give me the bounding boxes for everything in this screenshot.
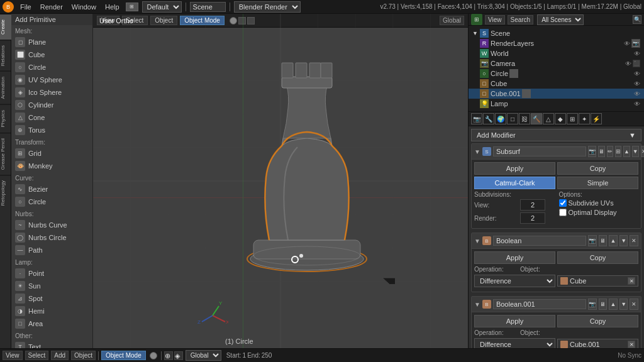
btn-cylinder[interactable]: ⬡Cylinder xyxy=(11,99,92,111)
btn-torus[interactable]: ⊕Torus xyxy=(11,124,92,136)
subsurf-cage-icon[interactable]: ⊞ xyxy=(615,146,621,157)
btn-monkey[interactable]: 🐵Monkey xyxy=(11,160,92,172)
subsurf-render-icon[interactable]: 🖥 xyxy=(598,146,605,157)
object001-clear-icon[interactable]: ✕ xyxy=(628,341,635,348)
tab-grease-pencil[interactable]: Grease Pencil xyxy=(0,133,11,175)
camera-render2-icon[interactable]: ⬛ xyxy=(633,60,640,67)
object-bottom-btn[interactable]: Object xyxy=(71,351,96,360)
simple-button[interactable]: Simple xyxy=(557,177,638,189)
optimal-display-input[interactable] xyxy=(559,209,567,216)
mode-button[interactable]: Object Mode xyxy=(180,16,225,25)
tab-physics[interactable]: Physics xyxy=(0,104,11,133)
screen-layout-icon[interactable]: ⊞ xyxy=(126,3,138,11)
btn-plane[interactable]: ◻Plane xyxy=(11,36,92,48)
add-bottom-btn[interactable]: Add xyxy=(51,351,69,360)
scene-props-icon[interactable]: 🔧 xyxy=(483,113,494,124)
catmull-clark-button[interactable]: Catmul-Clark xyxy=(474,177,555,189)
btn-area[interactable]: □Area xyxy=(11,317,92,330)
btn-cone[interactable]: △Cone xyxy=(11,111,92,124)
particles-props-icon[interactable]: ✦ xyxy=(579,113,590,124)
btn-bezier[interactable]: ∿Bezier xyxy=(11,183,92,195)
btn-spot[interactable]: ⊿Spot xyxy=(11,292,92,305)
btn-circle[interactable]: ○Circle xyxy=(11,61,92,74)
object-clear-icon[interactable]: ✕ xyxy=(628,277,635,285)
boolean-close-icon[interactable]: ✕ xyxy=(630,235,638,246)
viewport-solid[interactable] xyxy=(238,17,246,25)
scene-item-lamp[interactable]: 💡 Lamp 👁 xyxy=(469,99,644,109)
transform-select[interactable]: Global xyxy=(440,16,464,25)
menu-render[interactable]: Render xyxy=(38,3,65,11)
boolean001-close-icon[interactable]: ✕ xyxy=(630,299,638,310)
tab-create[interactable]: Create xyxy=(0,14,11,40)
btn-cube[interactable]: ⬜Cube xyxy=(11,48,92,61)
boolean001-apply-button[interactable]: Apply xyxy=(474,315,555,327)
subsurf-collapse-icon[interactable]: ▼ xyxy=(474,148,480,155)
tab-relations[interactable]: Relations xyxy=(0,40,11,71)
subsurf-camera-icon[interactable]: 📷 xyxy=(588,146,596,157)
btn-nurbs-circle[interactable]: ◯Nurbs Circle xyxy=(11,231,92,244)
btn-sun[interactable]: ☀Sun xyxy=(11,280,92,292)
scenes-select[interactable]: All Scenes xyxy=(537,14,584,25)
scene-item-cube001[interactable]: □ Cube.001 👁 xyxy=(469,89,644,99)
render-value[interactable]: 2 xyxy=(520,212,545,224)
boolean001-camera-icon[interactable]: 📷 xyxy=(588,299,597,310)
btn-uvsphere[interactable]: ◉UV Sphere xyxy=(11,74,92,86)
object-props-icon[interactable]: □ xyxy=(507,113,518,124)
boolean001-name-field[interactable] xyxy=(493,299,586,309)
btn-path[interactable]: —Path xyxy=(11,244,92,256)
boolean-object-field[interactable]: Cube ✕ xyxy=(557,275,638,287)
mirror-icon[interactable]: ◈ xyxy=(174,351,183,360)
object-menu[interactable]: Object xyxy=(150,16,177,25)
material-props-icon[interactable]: ◆ xyxy=(555,113,566,124)
optimal-display-checkbox[interactable]: Optimal Display xyxy=(559,209,639,216)
boolean-name-field[interactable] xyxy=(493,236,586,246)
scene-item-renderlayers[interactable]: R RenderLayers 👁 📷 xyxy=(469,38,644,48)
subsurf-down-icon[interactable]: ▼ xyxy=(632,146,639,157)
scene-item-cube[interactable]: □ Cube 👁 xyxy=(469,79,644,89)
view-menu[interactable]: View xyxy=(97,16,119,25)
menu-window[interactable]: Window xyxy=(69,3,99,11)
camera-render-icon[interactable]: 📷 xyxy=(631,39,640,48)
boolean-render-icon[interactable]: 🖥 xyxy=(599,235,608,246)
layout-select[interactable]: Default xyxy=(142,1,182,13)
subsurf-up-icon[interactable]: ▲ xyxy=(623,146,630,157)
subsurf-apply-button[interactable]: Apply xyxy=(474,162,555,175)
view-btn[interactable]: View xyxy=(485,15,505,25)
btn-point[interactable]: ·Point xyxy=(11,267,92,280)
boolean-collapse-icon[interactable]: ▼ xyxy=(474,238,480,244)
btn-nurbs-curve[interactable]: ~Nurbs Curve xyxy=(11,219,92,231)
engine-select[interactable]: Blender Render xyxy=(234,1,301,13)
add-modifier-button[interactable]: Add Modifier ▼ xyxy=(471,129,641,141)
render-props-icon[interactable]: 📷 xyxy=(471,113,482,124)
constraints-props-icon[interactable]: ⛓ xyxy=(519,113,530,124)
circle-eye-icon[interactable]: 👁 xyxy=(634,70,640,77)
subsurf-copy-button[interactable]: Copy xyxy=(557,162,638,175)
search-icon[interactable]: 🔍 xyxy=(633,15,641,24)
camera-eye-icon[interactable]: 👁 xyxy=(625,60,631,67)
transform-select-bottom[interactable]: Global xyxy=(186,350,221,361)
boolean001-operation-select[interactable]: Difference xyxy=(474,338,555,348)
menu-help[interactable]: Help xyxy=(103,3,122,11)
scene-item-scene[interactable]: ▼ S Scene xyxy=(469,28,644,38)
snap-icon[interactable]: ⊕ xyxy=(164,351,173,360)
btn-grid[interactable]: ⊞Grid xyxy=(11,147,92,160)
view-value[interactable]: 2 xyxy=(520,199,545,211)
scene-item-circle[interactable]: ○ Circle 👁 xyxy=(469,69,644,79)
boolean-up-icon[interactable]: ▲ xyxy=(609,235,618,246)
boolean-apply-button[interactable]: Apply xyxy=(474,251,555,264)
scene-item-camera[interactable]: 📷 Camera 👁 ⬛ xyxy=(469,58,644,69)
world-props-icon[interactable]: 🌍 xyxy=(495,113,506,124)
btn-icosphere[interactable]: ◈Ico Sphere xyxy=(11,86,92,99)
btn-curve-circle[interactable]: ○Circle xyxy=(11,195,92,208)
boolean-copy-button[interactable]: Copy xyxy=(557,251,638,264)
cube-eye-icon[interactable]: 👁 xyxy=(634,80,640,87)
subsurf-edit-icon[interactable]: ✏ xyxy=(607,146,613,157)
boolean001-object-field[interactable]: Cube.001 ✕ xyxy=(557,339,638,348)
subsurf-name-field[interactable] xyxy=(493,146,586,156)
btn-text[interactable]: TText xyxy=(11,341,92,348)
boolean-operation-select[interactable]: Difference xyxy=(474,275,555,287)
world-eye-icon[interactable]: 👁 xyxy=(634,50,640,57)
select-menu[interactable]: Select xyxy=(122,16,148,25)
texture-props-icon[interactable]: ⊞ xyxy=(567,113,578,124)
modifier-props-icon[interactable]: 🔨 xyxy=(531,113,542,124)
